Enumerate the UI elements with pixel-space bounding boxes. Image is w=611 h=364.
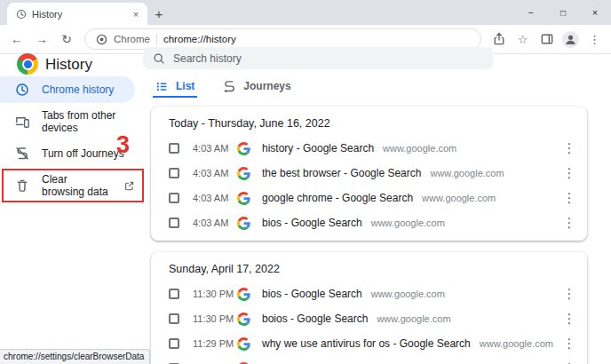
history-entry-domain: www.google.com xyxy=(422,193,496,203)
row-checkbox[interactable] xyxy=(169,338,179,349)
clock-icon xyxy=(15,83,29,97)
search-icon xyxy=(153,52,165,65)
row-checkbox[interactable] xyxy=(169,193,179,203)
devices-icon xyxy=(15,115,29,129)
status-bubble: chrome://settings/clearBrowserData xyxy=(0,349,150,364)
history-entry-link[interactable]: bios - Google Search xyxy=(262,217,362,229)
side-panel-icon[interactable] xyxy=(536,28,558,51)
visit-time: 4:03 AM xyxy=(193,193,237,203)
url-text: chrome://history xyxy=(163,34,236,44)
window-controls: − □ × xyxy=(515,0,611,25)
tab-list[interactable]: List xyxy=(153,75,197,98)
visit-time: 4:03 AM xyxy=(193,143,237,154)
history-card-april: Sunday, April 17, 2022 11:30 PM bios - G… xyxy=(151,252,587,364)
history-row: 4:03 AM google chrome - Google Search ww… xyxy=(151,186,587,210)
visit-time: 11:29 PM xyxy=(193,338,237,349)
tab-title: History xyxy=(32,9,123,20)
row-menu-icon[interactable]: ⋮ xyxy=(559,140,580,156)
sidebar: Chrome history Tabs from other devices T… xyxy=(0,76,144,204)
row-menu-icon[interactable]: ⋮ xyxy=(559,165,580,181)
history-entry-link[interactable]: bios - Google Search xyxy=(262,288,362,300)
history-entry-domain: www.google.com xyxy=(430,168,504,178)
sidebar-item-label: Tabs from other devices xyxy=(42,109,135,134)
sidebar-item-label: Turn off Journeys xyxy=(42,147,124,160)
row-checkbox[interactable] xyxy=(169,218,179,228)
history-entry-link[interactable]: the best browser - Google Search xyxy=(262,167,421,179)
chrome-page-icon xyxy=(96,34,107,45)
google-favicon xyxy=(237,288,250,301)
window-minimize-button[interactable]: − xyxy=(515,0,547,25)
google-favicon xyxy=(237,167,250,180)
history-search-bar[interactable] xyxy=(143,47,493,69)
sidebar-item-label: Clear browsing data xyxy=(42,173,109,198)
history-entry-domain: www.google.com xyxy=(383,143,456,154)
site-chip: Chrome xyxy=(114,34,150,44)
visit-time: 4:03 AM xyxy=(193,168,237,178)
history-row: 11:30 PM boios - Google Search www.googl… xyxy=(151,306,587,331)
history-card-today: Today - Thursday, June 16, 2022 4:03 AM … xyxy=(151,107,587,241)
visit-time: 11:30 PM xyxy=(193,313,237,324)
tab-strip: History × + − □ × xyxy=(0,0,611,25)
list-view-icon xyxy=(155,80,169,93)
row-menu-icon[interactable]: ⋮ xyxy=(559,360,580,364)
history-row: 11:30 PM bios - Google Search www.google… xyxy=(151,281,587,306)
row-menu-icon[interactable]: ⋮ xyxy=(559,336,580,352)
tab-list-label: List xyxy=(176,80,194,92)
history-entry-link[interactable]: boios - Google Search xyxy=(262,313,368,325)
back-button[interactable]: ← xyxy=(5,28,28,51)
google-favicon xyxy=(237,313,250,326)
row-menu-icon[interactable]: ⋮ xyxy=(559,215,580,231)
page-title: History xyxy=(45,56,92,74)
chrome-logo xyxy=(17,53,38,75)
row-checkbox[interactable] xyxy=(169,289,179,299)
row-menu-icon[interactable]: ⋮ xyxy=(559,286,580,302)
row-checkbox[interactable] xyxy=(169,313,179,324)
profile-avatar[interactable] xyxy=(559,28,582,51)
new-tab-button[interactable]: + xyxy=(147,3,171,25)
row-checkbox[interactable] xyxy=(169,143,179,154)
history-row: 4:03 AM the best browser - Google Search… xyxy=(151,161,587,186)
sidebar-item-tabs-other-devices[interactable]: Tabs from other devices xyxy=(0,108,135,135)
avatar xyxy=(562,31,579,48)
search-input[interactable] xyxy=(173,52,483,65)
history-entry-domain: www.google.com xyxy=(480,338,553,349)
history-row: 11:28 PM linux and its flavors - Google … xyxy=(151,356,587,364)
visit-time: 11:30 PM xyxy=(193,289,237,299)
browser-tab-history[interactable]: History × xyxy=(7,3,147,25)
history-main: List Journeys Today - Thursday, June 16,… xyxy=(149,75,611,364)
row-menu-icon[interactable]: ⋮ xyxy=(559,311,580,327)
tab-journeys-label: Journeys xyxy=(243,80,290,92)
bookmark-star-icon[interactable]: ☆ xyxy=(512,28,534,51)
google-favicon xyxy=(237,217,250,230)
google-favicon xyxy=(237,337,250,351)
visit-time: 4:03 AM xyxy=(193,218,237,228)
history-row: 4:03 AM bios - Google Search www.google.… xyxy=(151,210,587,235)
history-entry-link[interactable]: why we use antivirus for os - Google Sea… xyxy=(262,337,471,350)
view-tabs: List Journeys xyxy=(149,75,611,98)
sidebar-item-chrome-history[interactable]: Chrome history xyxy=(0,76,135,103)
tab-close-icon[interactable]: × xyxy=(129,7,143,21)
history-entry-link[interactable]: history - Google Search xyxy=(262,142,374,154)
forward-button[interactable]: → xyxy=(30,28,53,51)
reload-button[interactable]: ↻ xyxy=(55,28,78,51)
sidebar-item-clear-browsing-data[interactable]: Clear browsing data xyxy=(0,172,135,199)
history-favicon-icon xyxy=(16,9,27,20)
history-entry-domain: www.google.com xyxy=(377,313,450,324)
sidebar-item-turn-off-journeys[interactable]: Turn off Journeys xyxy=(0,140,135,167)
omnibox-divider xyxy=(156,34,157,45)
row-menu-icon[interactable]: ⋮ xyxy=(559,190,580,206)
google-favicon xyxy=(237,192,250,205)
history-entry-link[interactable]: google chrome - Google Search xyxy=(262,192,413,204)
date-header: Sunday, April 17, 2022 xyxy=(151,252,587,281)
history-entry-domain: www.google.com xyxy=(371,289,445,299)
row-checkbox[interactable] xyxy=(169,168,179,178)
date-header: Today - Thursday, June 16, 2022 xyxy=(151,107,587,136)
share-icon[interactable] xyxy=(488,28,510,51)
history-entry-domain: www.google.com xyxy=(371,218,445,228)
browser-menu-icon[interactable]: ⋮ xyxy=(583,28,606,51)
tab-journeys[interactable]: Journeys xyxy=(220,75,293,98)
trash-icon xyxy=(15,178,29,193)
window-close-button[interactable]: × xyxy=(579,0,611,25)
journeys-icon xyxy=(223,80,236,93)
window-maximize-button[interactable]: □ xyxy=(547,0,579,25)
